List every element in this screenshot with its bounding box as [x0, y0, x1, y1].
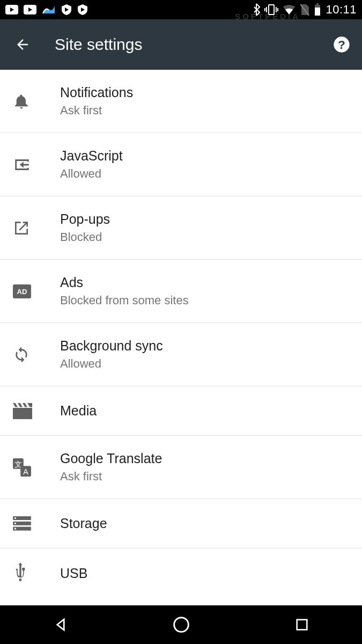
- triangle-back-icon: [53, 617, 69, 633]
- circle-home-icon: [173, 616, 190, 633]
- svg-rect-13: [316, 3, 319, 5]
- setting-item-popups[interactable]: Pop-ups Blocked: [0, 196, 362, 260]
- setting-subtitle: Allowed: [60, 357, 163, 371]
- setting-title: Pop-ups: [60, 211, 110, 227]
- back-button[interactable]: [10, 32, 35, 57]
- play-protect-icon: [61, 4, 72, 16]
- import-arrow-icon: [13, 157, 60, 173]
- nav-recents-button[interactable]: [275, 609, 329, 641]
- setting-item-usb[interactable]: USB: [0, 548, 362, 598]
- battery-icon: [314, 3, 321, 16]
- setting-title: Notifications: [60, 85, 133, 100]
- youtube-icon: [5, 5, 18, 14]
- nav-back-button[interactable]: [34, 609, 87, 641]
- svg-rect-14: [315, 8, 320, 16]
- status-bar: 10:11: [0, 0, 362, 19]
- setting-subtitle: Allowed: [60, 167, 123, 181]
- page-title: Site settings: [55, 35, 331, 54]
- status-right: 10:11: [253, 3, 357, 17]
- setting-subtitle: Blocked from some sites: [60, 294, 189, 308]
- no-sim-icon: [300, 3, 309, 16]
- setting-title: Background sync: [60, 338, 163, 354]
- navigation-bar: [0, 605, 362, 644]
- setting-title: Ads: [60, 275, 189, 290]
- setting-title: JavaScript: [60, 148, 123, 164]
- setting-item-media[interactable]: Media: [0, 386, 362, 436]
- wifi-icon: [283, 4, 295, 15]
- svg-rect-27: [14, 522, 16, 524]
- translate-icon: 文A: [13, 458, 60, 477]
- setting-title: Google Translate: [60, 451, 162, 466]
- svg-text:?: ?: [338, 38, 345, 52]
- setting-item-background-sync[interactable]: Background sync Allowed: [0, 323, 362, 386]
- status-left: [5, 4, 88, 16]
- svg-text:A: A: [23, 467, 28, 475]
- nav-home-button[interactable]: [154, 609, 208, 641]
- arrow-back-icon: [14, 36, 31, 53]
- app-bar: Site settings ?: [0, 19, 362, 70]
- setting-item-ads[interactable]: AD Ads Blocked from some sites: [0, 260, 362, 323]
- open-in-new-icon: [13, 219, 60, 237]
- bluetooth-icon: [253, 3, 260, 16]
- setting-subtitle: Ask first: [60, 104, 133, 118]
- clapperboard-icon: [13, 403, 60, 419]
- usb-icon: [13, 562, 60, 584]
- sync-icon: [13, 346, 60, 363]
- square-recents-icon: [294, 617, 309, 632]
- setting-item-notifications[interactable]: Notifications Ask first: [0, 70, 362, 133]
- vibrate-icon: [264, 4, 278, 16]
- setting-title: Media: [60, 403, 97, 419]
- setting-subtitle: Ask first: [60, 470, 162, 484]
- status-clock: 10:11: [326, 3, 357, 17]
- svg-text:AD: AD: [17, 288, 27, 296]
- storage-icon: [13, 516, 60, 531]
- svg-rect-6: [269, 5, 274, 14]
- setting-title: USB: [60, 566, 87, 581]
- svg-point-29: [174, 618, 188, 632]
- help-button[interactable]: ?: [331, 34, 352, 55]
- svg-rect-30: [297, 620, 307, 630]
- svg-rect-28: [14, 528, 16, 529]
- setting-item-google-translate[interactable]: 文A Google Translate Ask first: [0, 436, 362, 499]
- settings-list: Notifications Ask first JavaScript Allow…: [0, 70, 362, 598]
- svg-rect-26: [14, 517, 16, 519]
- bell-icon: [13, 92, 60, 111]
- setting-item-storage[interactable]: Storage: [0, 499, 362, 548]
- app-icon: [42, 4, 56, 16]
- setting-item-javascript[interactable]: JavaScript Allowed: [0, 133, 362, 196]
- play-protect-icon: [77, 4, 88, 16]
- help-icon: ?: [333, 36, 350, 53]
- youtube-icon: [24, 5, 36, 14]
- setting-subtitle: Blocked: [60, 230, 110, 244]
- setting-title: Storage: [60, 516, 107, 531]
- ad-icon: AD: [13, 284, 60, 298]
